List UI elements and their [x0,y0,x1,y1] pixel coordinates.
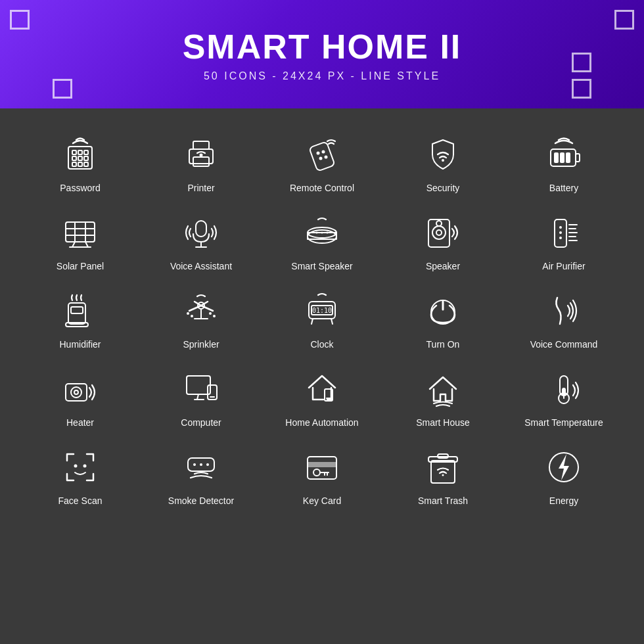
solar-panel-icon [57,210,103,256]
svg-rect-14 [309,141,334,171]
smart-house-label: Smart House [416,417,470,428]
svg-rect-7 [72,162,76,166]
clock-label: Clock [310,339,333,350]
svg-point-72 [71,387,81,398]
sprinkler-label: Sprinkler [183,339,219,350]
svg-point-88 [193,463,196,466]
icon-cell-smart-temperature: Smart Temperature [503,356,624,434]
icon-cell-energy: Energy [503,434,624,513]
heater-label: Heater [66,417,94,428]
smart-speaker-label: Smart Speaker [291,261,352,271]
computer-icon [178,366,224,412]
svg-rect-5 [78,156,82,160]
page-title: SMART HOME II [183,27,462,66]
air-purifier-label: Air Purifier [542,261,585,271]
svg-rect-22 [554,152,559,163]
icon-cell-smart-house: Smart House [382,356,503,434]
svg-point-44 [436,230,442,235]
face-scan-icon [57,444,103,490]
svg-rect-84 [562,388,566,396]
key-card-label: Key Card [303,495,341,506]
icon-cell-home-automation: Home Automation [262,356,382,434]
svg-point-100 [442,474,444,476]
svg-line-31 [85,242,88,247]
svg-point-19 [442,159,444,162]
speaker-icon [420,210,466,256]
svg-point-73 [74,390,78,394]
icon-cell-security: Security [382,122,503,200]
svg-rect-8 [78,162,82,166]
icon-cell-computer: Computer [141,356,262,434]
smart-trash-label: Smart Trash [418,495,468,506]
sprinkler-icon [178,288,224,334]
svg-point-89 [200,463,202,466]
icon-cell-remote: Remote Control [262,122,382,200]
svg-point-15 [317,152,320,155]
printer-label: Printer [187,183,214,193]
voice-assistant-label: Voice Assistant [170,261,232,271]
svg-point-48 [559,231,562,234]
svg-point-17 [319,157,323,160]
battery-icon [541,131,587,177]
corner-decoration [572,79,591,99]
remote-control-label: Remote Control [290,183,354,193]
icon-cell-smart-speaker: Smart Speaker [262,200,382,278]
smoke-detector-icon [178,444,224,490]
svg-rect-12 [193,157,209,166]
icon-cell-solar-panel: Solar Panel [20,200,141,278]
remote-control-icon [299,131,345,177]
corner-decoration [614,10,634,30]
voice-assistant-icon [178,210,224,256]
corner-decoration [572,53,591,72]
key-card-icon [299,444,345,490]
turn-on-icon [420,288,466,334]
svg-point-40 [321,232,323,234]
svg-rect-56 [71,307,83,313]
icon-cell-speaker: Speaker [382,200,503,278]
svg-rect-3 [84,150,88,154]
icon-cell-smart-trash: Smart Trash [382,434,503,513]
security-icon [420,131,466,177]
icon-cell-voice-command: Voice Command [503,278,624,356]
svg-point-61 [209,312,212,315]
svg-point-47 [559,226,562,229]
svg-line-66 [311,319,313,324]
icon-cell-password: Password [20,122,141,200]
turn-on-label: Turn On [426,339,460,350]
svg-point-45 [436,221,442,226]
svg-rect-71 [66,384,87,401]
svg-text:01:10: 01:10 [312,307,332,314]
printer-icon [178,131,224,177]
svg-rect-9 [84,162,88,166]
voice-command-label: Voice Command [530,339,598,350]
svg-point-59 [187,312,189,315]
smart-trash-icon [420,444,466,490]
svg-rect-25 [66,222,95,242]
svg-rect-1 [72,150,76,154]
icon-cell-face-scan: Face Scan [20,434,141,513]
svg-point-60 [191,315,193,317]
icon-cell-air-purifier: Air Purifier [503,200,624,278]
svg-rect-42 [428,219,449,247]
svg-point-90 [206,463,209,466]
humidifier-label: Humidifier [59,339,101,350]
svg-point-13 [200,154,202,156]
icon-cell-heater: Heater [20,356,141,434]
face-scan-label: Face Scan [58,495,103,506]
svg-rect-21 [576,154,580,162]
humidifier-icon [57,288,103,334]
svg-point-43 [432,226,446,239]
clock-icon: 01:10 [299,288,345,334]
corner-decoration [10,10,30,30]
svg-point-85 [74,465,78,468]
icon-cell-humidifier: Humidifier [20,278,141,356]
icon-cell-clock: 01:10 Clock [262,278,382,356]
icon-cell-battery: Battery [503,122,624,200]
svg-rect-23 [560,152,564,163]
header: SMART HOME II 50 ICONS - 24X24 PX - LINE… [0,0,644,108]
smart-temperature-label: Smart Temperature [524,417,603,428]
home-automation-icon [299,366,345,412]
svg-rect-74 [187,376,210,394]
computer-label: Computer [181,417,221,428]
svg-point-86 [83,465,87,468]
